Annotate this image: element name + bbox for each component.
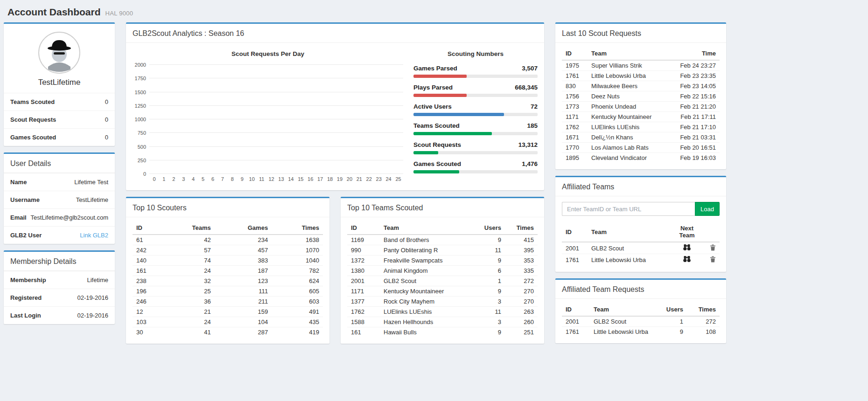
scouting-stat: Teams Scouted185 [413, 122, 538, 135]
detail-label: Membership [10, 277, 46, 283]
x-axis-tick: 4 [189, 176, 198, 182]
stat-value: 1,476 [522, 160, 538, 167]
top-scouters-table: IDTeamsGamesTimes61422341638242574571070… [133, 221, 323, 337]
scouting-numbers-list: Games Parsed3,507Plays Parsed668,345Acti… [413, 65, 538, 173]
detail-row: Games Scouted0 [4, 128, 115, 146]
scouting-stat: Scout Requests13,312 [413, 141, 538, 154]
chart-x-labels: 0123456789101112131415161718192021222324… [149, 176, 403, 182]
dashboard-columns: TestLifetime Teams Scouted0Scout Request… [4, 22, 864, 350]
table-header-row: IDTeamUsersTimes [562, 303, 720, 316]
table-row: 1169Band of Brothers9415 [347, 235, 538, 245]
detail-row: GLB2 UserLink GLB2 [4, 226, 115, 244]
x-axis-tick: 17 [315, 176, 325, 182]
binoculars-icon[interactable] [683, 244, 691, 251]
column-header: ID [347, 221, 380, 235]
load-button[interactable]: Load [695, 202, 720, 216]
team-id-input[interactable] [562, 202, 695, 216]
chart-plot: 025050075010001250150017502000 [149, 65, 403, 174]
membership-title: Membership Details [4, 252, 115, 271]
spy-avatar-icon [38, 31, 81, 74]
column-header: Times [505, 221, 538, 235]
table-row: 1588Hazen Hellhounds3260 [347, 317, 538, 327]
table-row: 10324104435 [133, 317, 323, 327]
stat-value: 72 [531, 103, 538, 110]
trash-icon[interactable] [710, 256, 716, 263]
detail-row: Teams Scouted0 [4, 93, 115, 111]
scouting-numbers-title: Scouting Numbers [413, 50, 538, 57]
table-row: 1171Kentucky Mountaineer9270 [347, 286, 538, 297]
column-header: Times [687, 303, 720, 316]
table-row: 161Hawaii Bulls9251 [347, 327, 538, 338]
column-header: Users [659, 303, 687, 316]
left-column: TestLifetime Teams Scouted0Scout Request… [4, 22, 115, 331]
glb2-link[interactable]: Link GLB2 [80, 232, 108, 239]
last-requests-table: IDTeamTime1975Super Villians StrikFeb 24… [562, 47, 720, 163]
column-header: ID [562, 303, 590, 316]
user-details-title: User Details [4, 154, 115, 173]
y-axis-tick: 2000 [135, 62, 149, 68]
stat-value: 13,312 [518, 141, 538, 148]
progress-track [413, 94, 538, 97]
y-axis-tick: 500 [138, 144, 149, 149]
column-header: Users [477, 221, 505, 235]
membership-list: MembershipLifetimeRegistered02-19-2016La… [4, 271, 115, 324]
top-scouters-title: Top 10 Scouters [126, 198, 329, 217]
stat-value: 3,507 [522, 65, 538, 72]
detail-label: Teams Scouted [10, 98, 55, 105]
detail-value: 02-19-2016 [77, 294, 109, 301]
table-row: 140743831040 [133, 256, 323, 266]
affiliated-teams-card: Affiliated Teams Load IDTeamNext Team 20… [555, 176, 726, 272]
x-axis-tick: 9 [237, 176, 247, 182]
column-header [706, 221, 720, 242]
table-row: 23832123624 [133, 276, 323, 286]
detail-value: TestLifetime [76, 196, 108, 203]
x-axis-tick: 6 [208, 176, 218, 182]
scouting-numbers: Scouting Numbers Games Parsed3,507Plays … [413, 48, 538, 182]
detail-label: Username [10, 196, 40, 203]
stat-value: 185 [527, 122, 538, 129]
progress-fill [413, 151, 438, 154]
x-axis-tick: 10 [247, 176, 257, 182]
table-row: 2001GLB2 Scout1272 [562, 316, 720, 327]
affiliated-teams-title: Affiliated Teams [555, 177, 726, 196]
progress-track [413, 132, 538, 135]
detail-label: Games Scouted [10, 134, 56, 141]
top-teams-card: Top 10 Teams Scouted IDTeamUsersTimes116… [341, 197, 544, 344]
detail-value: Lifetime [87, 277, 108, 283]
right-column: Last 10 Scout Requests IDTeamTime1975Sup… [555, 22, 726, 350]
stat-value: 668,345 [515, 84, 538, 91]
table-row: 1773Phoenix UndeadFeb 21 21:20 [562, 102, 720, 112]
x-axis-tick: 22 [364, 176, 374, 182]
progress-fill [413, 94, 467, 97]
x-axis-tick: 21 [354, 176, 364, 182]
affiliated-requests-table: IDTeamUsersTimes2001GLB2 Scout12721761Li… [562, 303, 720, 337]
x-axis-tick: 15 [296, 176, 306, 182]
binoculars-icon[interactable] [683, 256, 691, 263]
detail-row: UsernameTestLifetime [4, 191, 115, 208]
column-header: Times [272, 221, 323, 235]
x-axis-tick: 16 [306, 176, 315, 182]
analytics-card: GLB2Scout Analytics : Season 16 Scout Re… [126, 22, 544, 190]
x-axis-tick: 13 [276, 176, 286, 182]
x-axis-tick: 19 [335, 176, 345, 182]
table-header-row: IDTeamTime [562, 47, 720, 60]
page-subtitle: HAL 9000 [105, 10, 133, 17]
page-header: Account Dashboard HAL 9000 [4, 4, 864, 22]
y-axis-tick: 750 [138, 131, 149, 136]
table-row: 2001GLB2 Scout [562, 242, 720, 254]
table-row: 1221159491 [133, 307, 323, 317]
stat-label: Games Scouted [413, 160, 461, 167]
last-requests-title: Last 10 Scout Requests [555, 24, 726, 43]
detail-row: NameLifetime Test [4, 173, 115, 191]
table-row: 990Panty Obliterating R11395 [347, 245, 538, 256]
column-header: ID [562, 221, 588, 242]
column-header: Next Team [668, 221, 706, 242]
table-header-row: IDTeamsGamesTimes [133, 221, 323, 235]
trash-icon[interactable] [710, 244, 716, 251]
last-requests-card: Last 10 Scout Requests IDTeamTime1975Sup… [555, 22, 726, 169]
scouting-stat: Plays Parsed668,345 [413, 84, 538, 97]
x-axis-tick: 20 [344, 176, 354, 182]
detail-row: EmailTestLifetime@glb2scout.com [4, 208, 115, 226]
column-header: Time [673, 47, 720, 60]
detail-label: Name [10, 179, 27, 186]
